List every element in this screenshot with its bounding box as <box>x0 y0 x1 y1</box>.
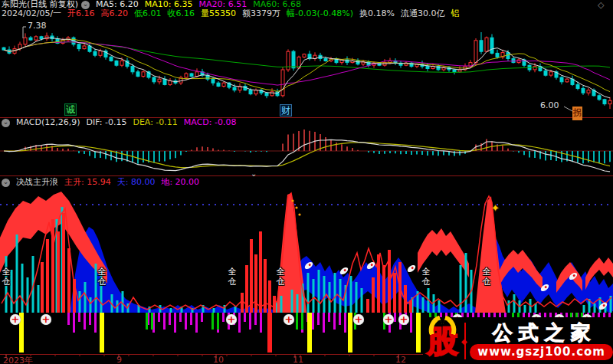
quote-info-item: 铝 <box>451 9 460 18</box>
watermark-cheng: 诚 <box>64 103 77 116</box>
quote-info-row: 2024/02/05/一开6.16高6.20低6.01收6.16量55350额3… <box>2 9 466 18</box>
quancang-signal-label: 全仓 <box>227 267 238 287</box>
quote-info-item: 流通30.0亿 <box>401 9 445 18</box>
site-watermark: 股 ◆ 公式之家 www.gszj100.com <box>423 317 613 364</box>
panel-splitter-icon[interactable]: ⌄ <box>251 169 257 179</box>
plus-signal-icon: + <box>383 314 394 325</box>
logo-divider: ◆ <box>464 323 466 359</box>
quote-info-item: 低6.01 <box>134 9 162 18</box>
macd-header-row: ⌄ MACD(12,26,9)DIF: -0.15DEA: -0.11MACD:… <box>2 118 242 127</box>
trading-app-window: 全仓全仓全仓全仓全仓全仓+++++++++++✦ 东阳光(日线 前复权) ⌄ M… <box>0 0 613 364</box>
quancang-signal-label: 全仓 <box>1 267 11 287</box>
plus-signal-icon: + <box>284 314 294 325</box>
sub-indicator-value-label: 地: 20.00 <box>161 178 199 187</box>
macd-value-label: MACD(12,26,9) <box>16 118 80 127</box>
quancang-signal-label: 全仓 <box>421 267 431 287</box>
sub-indicator-value-label: 主升: 15.94 <box>64 178 111 187</box>
watermark-cai: 财 <box>280 104 292 116</box>
axis-date-label: 9 <box>116 355 122 364</box>
plus-signal-icon: + <box>398 314 409 325</box>
macd-value-label: DIF: -0.15 <box>87 118 127 127</box>
sub-indicator-header-row: ⌄ 决战主升浪主升: 15.94天: 80.00地: 20.00 <box>2 178 205 187</box>
sub-indicator-value-label: 决战主升浪 <box>16 178 58 187</box>
quote-info-item: 开6.16 <box>67 9 95 18</box>
macd-value-label: DEA: -0.11 <box>133 118 177 127</box>
high-price-label: 7.38 <box>28 21 47 31</box>
quote-info-item: 换0.18% <box>359 9 395 18</box>
turn-signal-badge: 拐 <box>572 107 582 120</box>
diamond-icon[interactable]: ◇ <box>598 1 604 10</box>
quote-info-item: 收6.16 <box>168 9 195 18</box>
quancang-signal-label: 全仓 <box>275 267 286 287</box>
axis-date-label: 12 <box>395 355 406 364</box>
axis-date-label: 2023年 <box>3 355 33 364</box>
macd-collapse-icon[interactable]: ⌄ <box>2 119 10 127</box>
axis-date-label: 10 <box>213 355 224 364</box>
quote-info-item: 2024/02/05/一 <box>2 9 61 18</box>
collapse-icon[interactable]: ⌄ <box>81 1 90 9</box>
site-url: www.gszj100.com <box>470 344 613 360</box>
sub-indicator-value-label: 天: 80.00 <box>117 178 156 187</box>
plus-signal-icon: + <box>353 314 364 325</box>
quote-info-item: 额3379万 <box>242 9 280 18</box>
quancang-signal-label: 全仓 <box>481 267 492 287</box>
plus-signal-icon: + <box>226 314 237 325</box>
watermark-text-block: 公式之家 www.gszj100.com <box>470 321 613 360</box>
plus-signal-icon: + <box>41 314 51 325</box>
axis-date-label: 11 <box>293 355 303 364</box>
quote-info-item: 高6.20 <box>101 9 129 18</box>
quancang-signal-label: 全仓 <box>97 267 107 287</box>
macd-value-label: MACD: -0.08 <box>184 118 237 127</box>
bull-logo: 股 <box>425 320 461 362</box>
site-name: 公式之家 <box>487 321 597 344</box>
sub-collapse-icon[interactable]: ⌄ <box>2 179 10 187</box>
quote-info-item: 量55350 <box>201 9 236 18</box>
plus-signal-icon: + <box>10 314 21 325</box>
divider-diamond-icon: ◆ <box>461 337 467 346</box>
last-price-label: 6.00 <box>540 101 559 110</box>
star-signal-icon: ✦ <box>491 202 500 214</box>
quote-info-item: 幅-0.03(-0.48%) <box>287 9 353 18</box>
